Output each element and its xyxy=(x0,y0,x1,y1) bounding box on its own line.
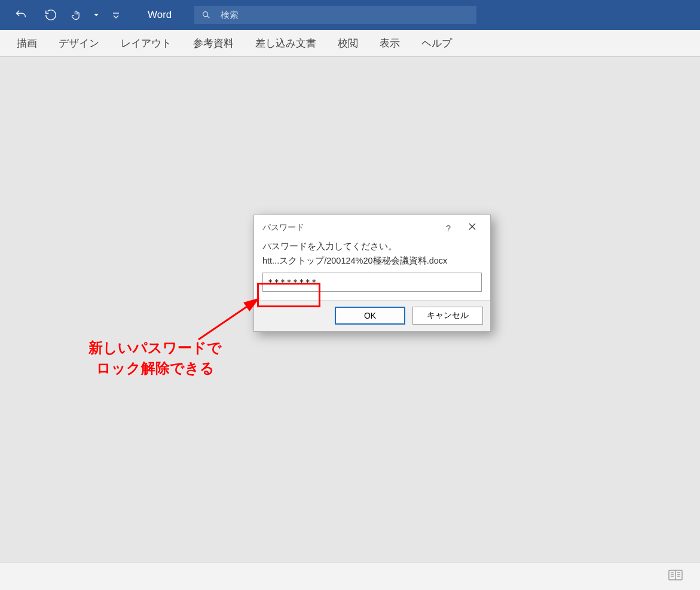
dialog-close-button[interactable] xyxy=(460,215,484,240)
title-bar: Word 検索 xyxy=(0,0,700,30)
password-input[interactable] xyxy=(262,273,482,292)
cancel-button[interactable]: キャンセル xyxy=(412,307,483,325)
dialog-body: パスワードを入力してください。 htt...スクトップ/200124%20極秘会… xyxy=(254,240,490,300)
tab-layout[interactable]: レイアウト xyxy=(121,36,172,50)
ok-button[interactable]: OK xyxy=(335,307,405,325)
password-dialog: パスワード ? パスワードを入力してください。 htt...スクトップ/2001… xyxy=(253,215,491,332)
status-bar xyxy=(0,562,700,590)
touch-dropdown-icon[interactable] xyxy=(87,0,105,30)
tab-references[interactable]: 参考資料 xyxy=(193,36,234,50)
svg-point-1 xyxy=(203,12,208,17)
tab-view[interactable]: 表示 xyxy=(380,36,400,50)
annotation-text: 新しいパスワードで ロック解除できる xyxy=(88,338,222,378)
dialog-message: パスワードを入力してください。 xyxy=(262,240,482,253)
close-icon xyxy=(468,222,476,233)
tab-design[interactable]: デザイン xyxy=(59,36,99,50)
tab-review[interactable]: 校閲 xyxy=(338,36,358,50)
dialog-titlebar: パスワード ? xyxy=(254,215,490,240)
app-name: Word xyxy=(148,9,172,21)
help-icon: ? xyxy=(446,223,451,233)
dialog-title: パスワード xyxy=(262,222,304,233)
search-placeholder: 検索 xyxy=(221,10,239,21)
tab-mailings[interactable]: 差し込み文書 xyxy=(255,36,316,50)
ribbon: 描画 デザイン レイアウト 参考資料 差し込み文書 校閲 表示 ヘルプ xyxy=(0,30,700,57)
dialog-button-bar: OK キャンセル xyxy=(254,300,490,331)
undo-icon[interactable] xyxy=(6,0,36,30)
tab-help[interactable]: ヘルプ xyxy=(421,36,452,50)
svg-line-2 xyxy=(207,16,210,19)
dialog-file-path: htt...スクトップ/200124%20極秘会議資料.docx xyxy=(262,255,482,268)
touch-mode-icon[interactable] xyxy=(66,0,87,30)
search-icon xyxy=(201,10,211,20)
tab-draw[interactable]: 描画 xyxy=(17,36,37,50)
search-box[interactable]: 検索 xyxy=(194,6,476,24)
dialog-help-button[interactable]: ? xyxy=(436,215,460,240)
reading-view-icon[interactable] xyxy=(668,568,683,584)
redo-icon[interactable] xyxy=(36,0,66,30)
customize-qat-icon[interactable] xyxy=(105,0,127,30)
